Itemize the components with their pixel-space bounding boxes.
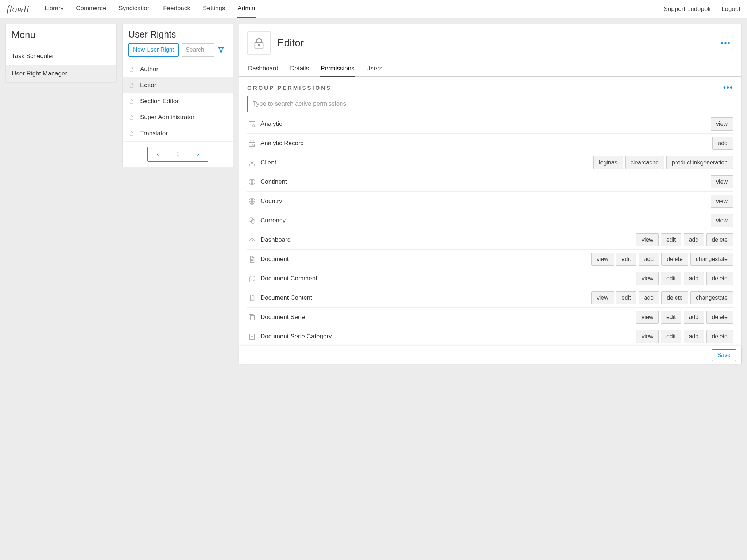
perm-action-view[interactable]: view — [636, 311, 659, 324]
perm-action-view[interactable]: view — [636, 272, 659, 285]
menu-item-task-scheduler[interactable]: Task Scheduler — [6, 47, 116, 65]
perm-action-view[interactable]: view — [636, 233, 659, 246]
svg-rect-17 — [250, 315, 254, 320]
perm-action-changestate[interactable]: changestate — [690, 253, 733, 266]
permission-label: Country — [260, 198, 707, 205]
svg-rect-4 — [130, 117, 133, 120]
pager-page-button[interactable]: 1 — [168, 147, 188, 161]
permission-actions: vieweditadddeletechangestate — [591, 291, 733, 304]
perm-action-add[interactable]: add — [684, 272, 704, 285]
perm-action-delete[interactable]: delete — [706, 233, 733, 246]
detail-tabs: DashboardDetailsPermissionsUsers — [239, 58, 741, 77]
perm-action-changestate[interactable]: changestate — [690, 291, 733, 304]
pager-next-button[interactable] — [188, 147, 208, 161]
perm-action-view[interactable]: view — [711, 214, 733, 227]
lock-icon — [128, 98, 135, 105]
perm-action-add[interactable]: add — [684, 330, 704, 343]
perm-action-view[interactable]: view — [711, 195, 733, 208]
permission-actions: view — [711, 214, 733, 227]
permission-row-document-serie-category: Document Serie Categoryvieweditadddelete — [247, 327, 733, 346]
perm-action-add[interactable]: add — [684, 233, 704, 246]
perm-action-edit[interactable]: edit — [661, 233, 681, 246]
menu-title: Menu — [6, 24, 116, 47]
tab-dashboard[interactable]: Dashboard — [247, 61, 279, 77]
group-permissions-more-button[interactable]: ••• — [723, 83, 733, 92]
user-rights-panel: User Rights New User Right AuthorEditorS… — [122, 24, 233, 167]
detail-title: Editor — [277, 37, 304, 49]
nav-settings[interactable]: Settings — [202, 0, 226, 18]
lock-icon — [128, 114, 135, 121]
svg-rect-18 — [250, 334, 255, 340]
user-right-author[interactable]: Author — [123, 61, 233, 77]
nav-commerce[interactable]: Commerce — [75, 0, 107, 18]
nav-right-logout[interactable]: Logout — [721, 5, 740, 13]
pager: 1 — [123, 141, 233, 167]
perm-action-edit[interactable]: edit — [616, 253, 636, 266]
svg-point-9 — [253, 125, 255, 127]
nav-admin[interactable]: Admin — [237, 0, 256, 18]
gauge-icon — [247, 236, 257, 244]
menu-item-user-right-manager[interactable]: User Right Manager — [6, 65, 116, 82]
perm-action-add[interactable]: add — [684, 311, 704, 324]
filter-icon[interactable] — [217, 46, 225, 54]
permission-actions: vieweditadddelete — [636, 330, 733, 343]
permission-row-analytic: Analyticview — [247, 114, 733, 134]
perm-action-productlinkgeneration[interactable]: productlinkgeneration — [666, 156, 733, 169]
globe-icon — [247, 178, 257, 186]
perm-action-delete[interactable]: delete — [661, 253, 688, 266]
permission-row-dashboard: Dashboardvieweditadddelete — [247, 230, 733, 250]
permission-label: Document Serie — [260, 314, 632, 321]
perm-action-view[interactable]: view — [711, 117, 733, 131]
perm-action-view[interactable]: view — [591, 291, 614, 304]
perm-action-delete[interactable]: delete — [706, 330, 733, 343]
perm-action-edit[interactable]: edit — [661, 272, 681, 285]
perm-action-view[interactable]: view — [636, 330, 659, 343]
nav-syndication[interactable]: Syndication — [118, 0, 151, 18]
tab-permissions[interactable]: Permissions — [320, 61, 355, 77]
perm-action-delete[interactable]: delete — [706, 272, 733, 285]
perm-action-add[interactable]: add — [639, 253, 659, 266]
new-user-right-button[interactable]: New User Right — [128, 43, 179, 57]
permission-actions: vieweditadddelete — [636, 272, 733, 285]
perm-action-edit[interactable]: edit — [661, 330, 681, 343]
nav-library[interactable]: Library — [44, 0, 64, 18]
doc-icon — [247, 255, 257, 263]
perm-action-add[interactable]: add — [712, 137, 733, 150]
permission-row-country: Countryview — [247, 192, 733, 211]
save-button[interactable]: Save — [712, 349, 736, 361]
permission-actions: view — [711, 117, 733, 131]
permissions-search-input[interactable] — [247, 96, 733, 112]
perm-action-delete[interactable]: delete — [706, 311, 733, 324]
tab-details[interactable]: Details — [289, 61, 310, 77]
perm-action-add[interactable]: add — [639, 291, 659, 304]
svg-rect-5 — [130, 133, 133, 136]
perm-action-view[interactable]: view — [591, 253, 614, 266]
nav-right-support-ludopoli[interactable]: Support Ludopoli — [663, 5, 711, 13]
calendar-icon — [247, 120, 257, 128]
tab-users[interactable]: Users — [365, 61, 383, 77]
perm-action-edit[interactable]: edit — [616, 291, 636, 304]
menu-panel: Menu Task SchedulerUser Right Manager — [5, 24, 117, 83]
detail-more-button[interactable]: ••• — [719, 36, 733, 50]
nav-feedback[interactable]: Feedback — [162, 0, 191, 18]
perm-action-edit[interactable]: edit — [661, 311, 681, 324]
user-right-section-editor[interactable]: Section Editor — [123, 93, 233, 109]
calendar-icon — [247, 139, 257, 147]
user-right-translator[interactable]: Translator — [123, 125, 233, 141]
pager-prev-button[interactable] — [148, 147, 168, 161]
permission-label: Document Content — [260, 294, 588, 302]
permission-actions: vieweditadddelete — [636, 233, 733, 246]
user-right-super-administrator[interactable]: Super Administrator — [123, 109, 233, 125]
permission-actions: vieweditadddeletechangestate — [591, 253, 733, 266]
user-right-editor[interactable]: Editor — [123, 77, 233, 93]
user-rights-title: User Rights — [128, 29, 227, 40]
user-rights-search-input[interactable] — [182, 43, 214, 57]
permission-actions: vieweditadddelete — [636, 311, 733, 324]
perm-action-clearcache[interactable]: clearcache — [625, 156, 664, 169]
perm-action-loginas[interactable]: loginas — [593, 156, 623, 169]
lock-icon — [128, 130, 135, 137]
nav-right: Support LudopoliLogout — [663, 5, 740, 13]
perm-action-view[interactable]: view — [711, 175, 733, 188]
permission-label: Document Serie Category — [260, 333, 632, 340]
perm-action-delete[interactable]: delete — [661, 291, 688, 304]
